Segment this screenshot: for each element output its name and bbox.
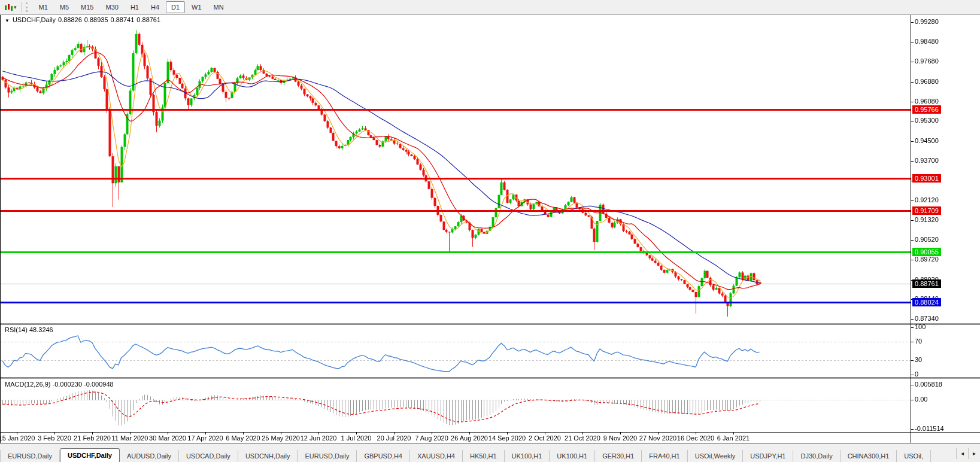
rsi-axis-tick: 30 (915, 356, 922, 363)
date-axis-label: 6 May 2020 (226, 434, 260, 442)
symbol-tab-usoil[interactable]: USOil, (897, 450, 931, 462)
macd-axis-tick: 0.00 (915, 396, 927, 403)
symbol-tab-usdcaddaily[interactable]: USDCAD,Daily (179, 450, 238, 462)
candlestick-chart-icon (4, 4, 13, 11)
price-axis-tick: 0.87340 (915, 315, 939, 322)
symbol-tab-usoilweekly[interactable]: USOil,Weekly (688, 450, 744, 462)
symbol-tab-hk50h1[interactable]: HK50,H1 (463, 450, 505, 462)
chart-canvas[interactable] (0, 0, 980, 462)
rsi-axis-tick: 0 (915, 370, 918, 378)
timeframe-button-m30[interactable]: M30 (101, 1, 124, 13)
date-axis-label: 1 Jul 2020 (341, 434, 372, 442)
rsi-label: RSI(14) 48.3246 (5, 326, 53, 333)
price-axis-tick: 0.98480 (915, 38, 939, 45)
timeframe-button-m5[interactable]: M5 (54, 1, 74, 13)
date-axis-label: 21 Oct 2020 (565, 434, 600, 442)
symbol-tabbar: EURUSD,DailyUSDCHF,DailyAUDUSD,DailyUSDC… (0, 443, 980, 462)
symbol-tab-uk100h1[interactable]: UK100,H1 (505, 450, 550, 462)
symbol-tab-eurusddaily[interactable]: EURUSD,Daily (0, 450, 60, 462)
date-axis-label: 20 Jul 2020 (377, 434, 411, 442)
date-axis-label: 14 Sep 2020 (489, 434, 526, 442)
ohlc-high: 0.88935 (84, 16, 108, 23)
price-axis-tick: 0.97680 (915, 57, 939, 65)
symbol-tab-eurusddaily[interactable]: EURUSD,Daily (298, 450, 357, 462)
symbol-tab-gbpusdh4[interactable]: GBPUSD,H4 (357, 450, 410, 462)
date-axis-label: 26 Aug 2020 (451, 434, 488, 442)
symbol-tab-xauusdh4[interactable]: XAUUSD,H4 (410, 450, 463, 462)
price-axis-tick: 0.94500 (915, 137, 939, 144)
symbol-tab-usdchfdaily[interactable]: USDCHF,Daily (60, 448, 120, 462)
rsi-axis-tick: 100 (915, 323, 926, 330)
date-axis-label: 30 Mar 2020 (149, 434, 186, 442)
date-axis-label: 7 Aug 2020 (415, 434, 448, 442)
date-axis-label: 11 Mar 2020 (112, 434, 148, 442)
toolbar-grip (26, 2, 31, 12)
timeframe-button-h1[interactable]: H1 (125, 1, 144, 13)
ohlc-low: 0.88741 (111, 16, 135, 23)
date-axis-label: 16 Dec 2020 (677, 434, 714, 442)
symbol-tab-usdjpyh1[interactable]: USDJPY,H1 (743, 450, 793, 462)
tab-scroll-controls: ◂ ▸ (956, 444, 980, 462)
timeframe-button-h4[interactable]: H4 (145, 1, 165, 13)
tab-scroll-left-icon[interactable]: ◂ (956, 448, 968, 459)
date-axis-label: 21 Feb 2020 (74, 434, 111, 442)
date-axis-label: 15 Jan 2020 (0, 434, 35, 442)
chart-title: ▼USDCHF,Daily0.888260.889350.887410.8876… (5, 16, 163, 23)
timeframe-button-w1[interactable]: W1 (186, 1, 207, 13)
trading-terminal: { "toolbar": { "chart_type_icon": "candl… (0, 0, 980, 462)
current-price-label: 0.88761 (912, 279, 941, 288)
symbol-tab-ger30h1[interactable]: GER30,H1 (595, 450, 642, 462)
macd-signal-value: -0.000948 (84, 381, 114, 388)
symbol-tab-china300h1[interactable]: CHINA300,H1 (841, 450, 897, 462)
timeframe-button-m15[interactable]: M15 (75, 1, 99, 13)
chevron-down-icon: ▾ (14, 4, 17, 10)
symbol-tab-uk100h1[interactable]: UK100,H1 (550, 450, 595, 462)
symbol-tab-dj30daily[interactable]: DJ30,Daily (793, 450, 840, 462)
level-price-label: 0.88024 (912, 298, 941, 306)
chart-type-button[interactable]: ▾ (2, 2, 19, 13)
date-axis-label: 3 Feb 2020 (38, 434, 71, 442)
macd-axis-tick: 0.005818 (915, 381, 942, 388)
price-axis-tick: 0.90520 (915, 236, 939, 243)
level-price-label: 0.90055 (912, 248, 941, 256)
date-axis-label: 2 Oct 2020 (529, 434, 561, 442)
level-price-label: 0.95766 (912, 105, 941, 114)
timeframe-button-d1[interactable]: D1 (166, 1, 185, 13)
timeframe-button-mn[interactable]: MN (208, 1, 229, 13)
macd-label: MACD(12,26,9) -0.000230 -0.000948 (5, 381, 114, 388)
price-axis-tick: 0.92120 (915, 196, 939, 203)
title-dropdown-icon[interactable]: ▼ (5, 18, 10, 23)
price-axis-tick: 0.91320 (915, 216, 939, 223)
tab-scroll-right-icon[interactable]: ▸ (968, 448, 980, 459)
date-axis-label: 27 Nov 2020 (639, 434, 676, 442)
date-axis-label: 9 Nov 2020 (603, 434, 637, 442)
ohlc-close: 0.88761 (136, 16, 160, 23)
macd-axis-tick: -0.011514 (915, 425, 944, 432)
symbol-tab-audusddaily[interactable]: AUDUSD,Daily (120, 450, 179, 462)
price-axis-tick: 0.95300 (915, 117, 939, 124)
toolbar-separator (21, 2, 22, 13)
timeframe-toolbar: ▾ M1M5M15M30H1H4D1W1MN (0, 0, 980, 15)
timeframe-button-m1[interactable]: M1 (34, 1, 53, 13)
level-price-label: 0.93001 (912, 174, 941, 183)
date-axis-label: 6 Jan 2021 (717, 434, 750, 442)
symbol-tab-fra40h1[interactable]: FRA40,H1 (642, 450, 687, 462)
ohlc-open: 0.88826 (58, 16, 82, 23)
price-axis-tick: 0.89720 (915, 256, 939, 263)
price-axis-tick: 0.93700 (915, 157, 939, 164)
price-axis-tick: 0.99280 (915, 18, 939, 25)
rsi-axis-tick: 70 (915, 338, 922, 345)
chart-symbol: USDCHF,Daily (13, 16, 56, 23)
price-axis-tick: 0.96880 (915, 78, 939, 85)
symbol-tab-usdcnhdaily[interactable]: USDCNH,Daily (238, 450, 298, 462)
date-axis-label: 25 May 2020 (262, 434, 300, 442)
date-axis-label: 17 Apr 2020 (187, 434, 223, 442)
macd-main-value: -0.000230 (52, 381, 82, 388)
level-price-label: 0.91709 (912, 206, 941, 215)
date-axis-label: 12 Jun 2020 (301, 434, 337, 442)
rsi-value: 48.3246 (29, 326, 53, 333)
price-axis-tick: 0.96080 (915, 98, 939, 105)
